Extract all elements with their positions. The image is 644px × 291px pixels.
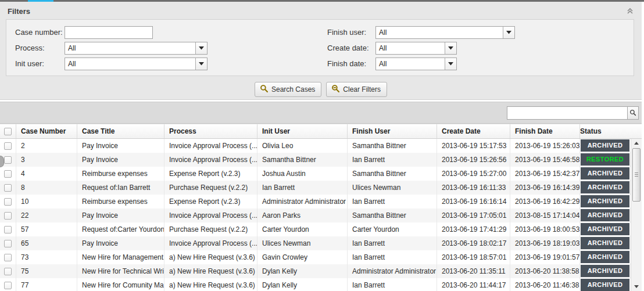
cell-case-number: 22 xyxy=(16,209,77,222)
cell-init-user: Joshua Austin xyxy=(257,167,348,181)
column-header-init-user[interactable]: Init User xyxy=(257,124,348,138)
table-row[interactable]: 77New Hire for Comunity Ma...a) New Hire… xyxy=(0,278,631,291)
collapse-panel-icon[interactable] xyxy=(626,7,634,15)
finish-user-select[interactable]: All xyxy=(375,26,515,39)
column-header-finish-user[interactable]: Finish User xyxy=(348,124,437,138)
cell-status: ARCHIVED xyxy=(580,139,631,153)
row-checkbox[interactable] xyxy=(4,212,12,220)
cell-status: ARCHIVED xyxy=(580,167,631,181)
chevron-down-icon xyxy=(195,42,207,54)
cell-create-date: 2013-06-19 15:17:53 xyxy=(437,139,510,153)
scrollbar-grip xyxy=(635,173,638,177)
cell-finish-date: 2013-06-19 18:00:53 xyxy=(510,222,580,236)
row-checkbox[interactable] xyxy=(4,282,12,289)
cell-create-date: 2013-06-19 16:11:33 xyxy=(437,181,510,195)
grid-toolbar xyxy=(0,102,642,124)
chevron-down-icon xyxy=(445,42,456,54)
filters-panel-title: Filters xyxy=(8,7,30,16)
row-checkbox-cell xyxy=(0,222,16,236)
cell-init-user: Carter Yourdon xyxy=(257,222,348,236)
row-checkbox[interactable] xyxy=(4,142,12,150)
cell-finish-date: 2013-06-19 15:46:58 xyxy=(510,153,580,167)
create-date-label: Create date: xyxy=(327,42,369,55)
cell-case-number: 57 xyxy=(16,222,77,236)
row-checkbox-cell xyxy=(0,278,16,291)
row-checkbox[interactable] xyxy=(4,184,12,192)
table-row[interactable]: 57Request of:Carter YourdonPurchase Requ… xyxy=(0,222,631,236)
quick-search-input[interactable] xyxy=(507,106,628,120)
table-row[interactable]: 3Pay InvoiceInvoice Approval Process (..… xyxy=(0,153,631,167)
cell-status: ARCHIVED xyxy=(580,250,631,264)
status-badge: ARCHIVED xyxy=(581,167,629,179)
cell-case-title: Pay Invoice xyxy=(77,139,164,153)
column-header-process[interactable]: Process xyxy=(164,124,257,138)
row-checkbox-cell xyxy=(0,236,16,250)
cell-create-date: 2013-06-19 15:27:00 xyxy=(437,167,510,181)
init-user-label: Init user: xyxy=(15,58,44,70)
column-header-create-date[interactable]: Create Date xyxy=(437,124,510,138)
table-row[interactable]: 65Pay InvoiceInvoice Approval Process (.… xyxy=(0,236,631,250)
table-row[interactable]: 22Pay InvoiceInvoice Approval Process (.… xyxy=(0,209,631,222)
finish-date-select[interactable]: All xyxy=(375,58,457,70)
table-row[interactable]: 2Pay InvoiceInvoice Approval Process (..… xyxy=(0,139,631,153)
column-header-spacer xyxy=(631,124,642,138)
status-badge: ARCHIVED xyxy=(581,181,629,193)
cell-process: Invoice Approval Process (... xyxy=(164,139,257,153)
row-checkbox[interactable] xyxy=(4,268,12,275)
table-row[interactable]: 73New Hire for Management...a) New Hire … xyxy=(0,250,631,264)
cell-finish-user: Ian Barrett xyxy=(348,250,437,264)
row-checkbox-cell xyxy=(0,181,16,195)
cell-finish-user: Ian Barrett xyxy=(348,278,437,291)
create-date-select[interactable]: All xyxy=(375,42,457,55)
row-checkbox[interactable] xyxy=(4,254,12,261)
finish-user-label: Finish user: xyxy=(327,26,366,39)
cell-case-title: Pay Invoice xyxy=(77,209,164,222)
search-icon xyxy=(629,108,636,118)
column-header-status[interactable]: Status xyxy=(580,124,631,138)
cell-status: ARCHIVED xyxy=(580,222,631,236)
cases-table-header: Case Number Case Title Process Init User… xyxy=(0,124,642,139)
clear-filters-button[interactable]: Clear Filters xyxy=(326,82,387,97)
quick-search-button[interactable] xyxy=(628,106,639,120)
table-row[interactable]: 75New Hire for Technical Wri...a) New Hi… xyxy=(0,264,631,278)
create-date-select-value: All xyxy=(376,42,445,54)
status-badge: ARCHIVED xyxy=(581,223,629,235)
select-all-checkbox[interactable] xyxy=(4,128,12,135)
row-checkbox[interactable] xyxy=(4,226,12,233)
cell-case-title: Reimburse expenses xyxy=(77,195,164,209)
column-header-case-title[interactable]: Case Title xyxy=(77,124,164,138)
scroll-up-icon[interactable] xyxy=(634,142,639,145)
vertical-scrollbar[interactable] xyxy=(631,139,642,291)
cell-status: ARCHIVED xyxy=(580,278,631,291)
row-checkbox[interactable] xyxy=(4,198,12,206)
case-number-input[interactable] xyxy=(65,26,153,39)
cell-finish-date: 2013-06-20 11:46:38 xyxy=(510,278,580,291)
row-checkbox[interactable] xyxy=(4,156,12,164)
cell-case-title: New Hire for Management... xyxy=(77,250,164,264)
process-select[interactable]: All xyxy=(65,42,207,55)
table-row[interactable]: 10Reimburse expensesExpense Report (v.2.… xyxy=(0,195,631,209)
row-checkbox[interactable] xyxy=(4,170,12,178)
cell-case-number: 73 xyxy=(16,250,77,264)
search-minus-icon xyxy=(331,84,340,95)
cell-case-number: 77 xyxy=(16,278,77,291)
cell-finish-user: Ian Barrett xyxy=(348,153,437,167)
cell-create-date: 2013-06-19 16:16:14 xyxy=(437,195,510,209)
search-cases-button[interactable]: Search Cases xyxy=(255,82,321,97)
column-header-case-number[interactable]: Case Number xyxy=(16,124,77,138)
cell-process: Invoice Approval Process (... xyxy=(164,153,257,167)
row-checkbox[interactable] xyxy=(4,240,12,247)
init-user-select[interactable]: All xyxy=(65,58,207,70)
row-checkbox-cell xyxy=(0,195,16,209)
table-row[interactable]: 8Request of:Ian BarrettPurchase Request … xyxy=(0,181,631,195)
column-header-finish-date[interactable]: Finish Date xyxy=(510,124,580,138)
cell-create-date: 2013-06-19 15:26:56 xyxy=(437,153,510,167)
cell-init-user: Samantha Bittner xyxy=(257,153,348,167)
process-select-value: All xyxy=(65,42,195,54)
cell-finish-date: 2013-06-19 15:42:37 xyxy=(510,167,580,181)
scroll-down-icon[interactable] xyxy=(634,285,639,288)
scrollbar-thumb[interactable] xyxy=(632,148,641,202)
cell-case-number: 8 xyxy=(16,181,77,195)
table-row[interactable]: 4Reimburse expensesExpense Report (v.2.3… xyxy=(0,167,631,181)
cell-process: Invoice Approval Process (... xyxy=(164,236,257,250)
